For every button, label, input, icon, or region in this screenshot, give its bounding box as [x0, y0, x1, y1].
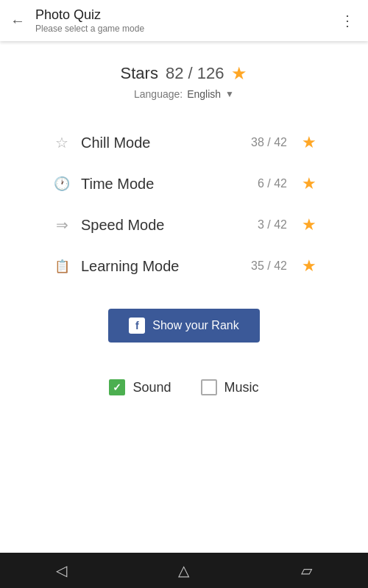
nav-back-icon: ◁ [56, 562, 67, 579]
stars-row: Stars 82 / 126 ★ [121, 63, 248, 84]
nav-recent-icon: ▱ [301, 562, 312, 579]
music-setting[interactable]: Music [201, 379, 259, 395]
learning-mode-star-icon: ★ [302, 257, 316, 276]
show-rank-button[interactable]: f Show your Rank [108, 309, 259, 343]
nav-home-button[interactable]: △ [169, 556, 199, 585]
more-button[interactable]: ⋮ [333, 6, 362, 35]
time-mode-star-icon: ★ [302, 174, 316, 193]
time-mode-score: 6 / 42 [258, 177, 287, 190]
nav-home-icon: △ [178, 562, 189, 579]
settings-row: Sound Music [109, 379, 258, 395]
language-label: Language: [134, 88, 183, 100]
chill-mode-score: 38 / 42 [251, 136, 287, 149]
nav-bar: ◁ △ ▱ [0, 553, 368, 588]
time-mode-icon: 🕐 [52, 173, 72, 194]
chill-mode-name: Chill Mode [81, 135, 242, 151]
more-icon: ⋮ [340, 12, 355, 29]
speed-mode-star-icon: ★ [302, 215, 316, 234]
learning-mode-name: Learning Mode [81, 258, 242, 275]
stars-label: Stars [121, 64, 158, 83]
chill-mode-icon: ☆ [52, 132, 72, 153]
language-value: English [187, 88, 221, 100]
learning-mode-icon: 📋 [52, 256, 72, 276]
sound-checkbox[interactable] [109, 379, 125, 395]
learning-mode-score: 35 / 42 [251, 259, 287, 273]
back-button[interactable]: ← [3, 6, 32, 35]
mode-item-learning[interactable]: 📋 Learning Mode 35 / 42 ★ [44, 245, 324, 287]
modes-list: ☆ Chill Mode 38 / 42 ★ 🕐 Time Mode 6 / 4… [44, 122, 324, 287]
chill-mode-star-icon: ★ [302, 133, 316, 152]
sound-setting[interactable]: Sound [109, 379, 171, 395]
nav-back-button[interactable]: ◁ [46, 556, 76, 585]
rank-button-label: Show your Rank [152, 319, 238, 332]
app-bar: ← Photo Quiz Please select a game mode ⋮ [0, 0, 368, 41]
time-mode-name: Time Mode [81, 176, 249, 193]
music-label: Music [224, 380, 259, 395]
nav-recent-button[interactable]: ▱ [292, 556, 322, 585]
main-content: Stars 82 / 126 ★ Language: English ▼ ☆ C… [0, 41, 368, 553]
app-subtitle: Please select a game mode [35, 24, 333, 34]
speed-mode-score: 3 / 42 [258, 218, 287, 232]
mode-item-speed[interactable]: ⇒ Speed Mode 3 / 42 ★ [44, 204, 324, 245]
back-icon: ← [10, 12, 25, 29]
language-row[interactable]: Language: English ▼ [134, 88, 234, 100]
mode-item-time[interactable]: 🕐 Time Mode 6 / 42 ★ [44, 163, 324, 204]
speed-mode-icon: ⇒ [52, 215, 72, 235]
sound-label: Sound [132, 380, 171, 395]
language-dropdown-icon: ▼ [225, 89, 234, 99]
app-title: Photo Quiz [35, 7, 333, 24]
app-bar-titles: Photo Quiz Please select a game mode [32, 7, 333, 34]
speed-mode-name: Speed Mode [81, 217, 249, 234]
facebook-icon: f [129, 318, 145, 334]
music-checkbox[interactable] [201, 379, 217, 395]
stars-icon: ★ [231, 63, 247, 84]
mode-item-chill[interactable]: ☆ Chill Mode 38 / 42 ★ [44, 122, 324, 163]
stars-count: 82 / 126 [166, 64, 224, 83]
